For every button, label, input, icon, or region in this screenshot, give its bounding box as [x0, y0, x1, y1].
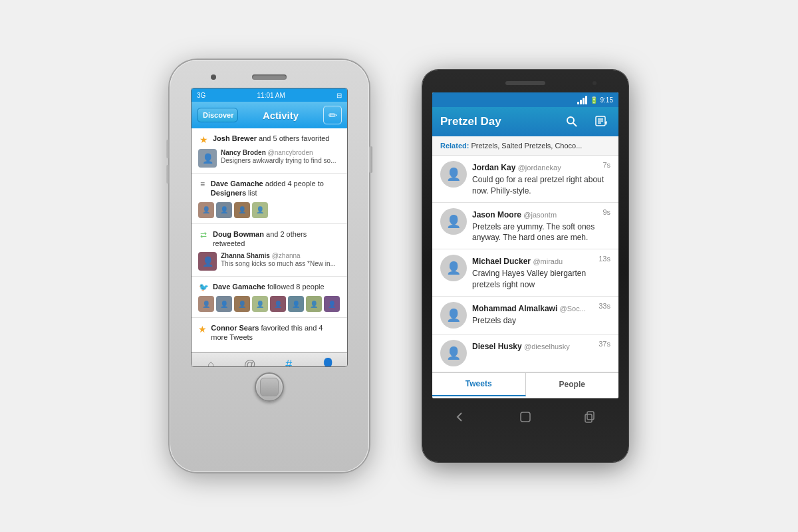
avatar: 👤 [440, 161, 467, 188]
activity-feed[interactable]: ★ Josh Brewer and 5 others favorited 👤 N… [192, 128, 347, 352]
tweet-item[interactable]: 👤 Jason Moore @jasontm 9s Pretzels are y… [432, 203, 618, 250]
tweet-handle: @jasontm [523, 211, 557, 219]
tweet-text: Pretzels are yummy. The soft ones anyway… [472, 221, 610, 244]
android-screen: 🔋 9:15 Pretzel Day [432, 92, 618, 398]
avatar: 👤 [198, 149, 217, 168]
signal-indicator [577, 96, 587, 104]
activity-text: Dave Gamache followed 8 people [213, 282, 325, 291]
activity-text: Josh Brewer and 5 others favorited [213, 134, 330, 143]
activity-text: Connor Sears favorited this and 4 more T… [211, 323, 340, 342]
avatar: 👤 [234, 296, 250, 312]
discover-button[interactable]: Discover [197, 108, 238, 122]
star-icon: ★ [198, 324, 207, 334]
svg-rect-7 [521, 412, 530, 422]
svg-line-1 [573, 123, 577, 126]
at-icon: @ [244, 358, 256, 367]
home-icon: ⌂ [207, 358, 215, 367]
volume-down-button[interactable] [166, 165, 170, 184]
avatar: 👤 [234, 202, 250, 218]
home-button[interactable] [513, 405, 537, 429]
tweet-handle: @miradu [533, 257, 563, 265]
scene: 3G 11:01 AM ⊟ Discover Activity ✏ [0, 0, 798, 532]
activity-item-retweet[interactable]: ⇄ Doug Bowman and 2 others retweeted 👤 Z… [192, 224, 347, 277]
tweet-author-name: Nancy Broden @nancybroden [221, 149, 336, 156]
tweet-time: 7s [602, 161, 610, 169]
clock-time: 11:01 AM [257, 92, 285, 99]
related-label: Related: [440, 142, 469, 150]
tweet-author-name: Diesel Husky [472, 342, 524, 351]
tweet-author-name: Zhanna Shamis @zhanna [221, 252, 336, 259]
compose-icon: ✏ [329, 109, 337, 122]
avatar-group: 👤 👤 👤 👤 [198, 202, 340, 218]
tweet-text: This song kicks so much ass *New in... [221, 259, 336, 268]
android-top-bar [428, 76, 623, 90]
avatar: 👤 [440, 255, 467, 281]
avatar: 👤 [252, 296, 268, 312]
tab-people-label: People [559, 380, 585, 389]
android-status-bar: 🔋 9:15 [432, 92, 618, 107]
tweet-handle: @jordanekay [518, 164, 561, 172]
activity-item-favorited-2[interactable]: ★ Connor Sears favorited this and 4 more… [192, 318, 347, 352]
tab-connect[interactable]: @ Connect [231, 358, 268, 367]
tweet-content: Michael Ducker @miradu 13s Craving Hayes… [472, 255, 610, 291]
avatar: 👤 [288, 296, 304, 312]
volume-up-button[interactable] [166, 140, 170, 158]
android-device: 🔋 9:15 Pretzel Day [422, 70, 628, 462]
tab-people[interactable]: People [526, 373, 619, 396]
tab-me[interactable]: 👤 Me [309, 357, 346, 367]
recents-button[interactable] [579, 405, 602, 429]
tweet-text: Pretzels day [472, 315, 610, 327]
avatar-group: 👤 👤 👤 👤 👤 👤 👤 👤 [198, 296, 340, 312]
tab-home[interactable]: ⌂ Home [193, 358, 229, 367]
star-icon: ★ [198, 134, 209, 145]
hashtag-icon: # [285, 358, 292, 367]
tweet-time: 37s [598, 340, 610, 348]
home-button[interactable] [255, 372, 284, 402]
compose-button[interactable] [592, 112, 610, 131]
tweet-time: 13s [598, 255, 610, 263]
tweet-content: Diesel Husky @dieselhusky 37s [472, 340, 610, 366]
avatar: 👤 [270, 296, 286, 312]
tab-tweets[interactable]: Tweets [432, 373, 526, 396]
activity-item-follow[interactable]: 🐦 Dave Gamache followed 8 people 👤 👤 👤 👤… [192, 277, 347, 318]
avatar: 👤 [324, 296, 340, 312]
avatar: 👤 [252, 202, 268, 218]
mini-tweet: 👤 Zhanna Shamis @zhanna This song kicks … [198, 252, 340, 271]
tab-discover[interactable]: # Discover [271, 358, 307, 367]
tweet-text: Could go for a real pretzel right about … [472, 174, 610, 197]
tweet-item[interactable]: 👤 Mohammad Almalkawi @Soc... 33s Pretzel… [432, 297, 618, 334]
iphone-screen: 3G 11:01 AM ⊟ Discover Activity ✏ [191, 88, 348, 367]
activity-item-favorited[interactable]: ★ Josh Brewer and 5 others favorited 👤 N… [192, 128, 347, 174]
avatar: 👤 [198, 252, 217, 271]
clock-time: 9:15 [600, 96, 613, 104]
profile-icon: 👤 [321, 357, 335, 367]
tweet-time: 33s [598, 302, 610, 310]
tweet-item[interactable]: 👤 Diesel Husky @dieselhusky 37s [432, 334, 618, 372]
tweet-content: Jordan Kay @jordanekay 7s Could go for a… [472, 161, 610, 197]
avatar: 👤 [216, 296, 232, 312]
activity-item-list[interactable]: ≡ Dave Gamache added 4 people to Designe… [192, 174, 347, 224]
avatar: 👤 [216, 202, 232, 218]
search-button[interactable] [563, 112, 581, 131]
tweet-content: Jason Moore @jasontm 9s Pretzels are yum… [472, 208, 610, 244]
svg-rect-9 [585, 414, 592, 422]
tweet-author-name: Mohammad Almalkawi [472, 304, 560, 313]
svg-rect-8 [587, 412, 594, 420]
iphone-status-bar: 3G 11:01 AM ⊟ [192, 88, 347, 102]
tweet-author-name: Michael Ducker [472, 257, 533, 266]
tweet-feed[interactable]: 👤 Jordan Kay @jordanekay 7s Could go for… [432, 156, 618, 372]
earpiece-speaker [252, 74, 287, 80]
navbar-icons [563, 112, 610, 131]
power-button[interactable] [369, 146, 372, 173]
tweet-author-name: Jason Moore [472, 210, 523, 219]
signal-indicator: 3G [197, 92, 205, 99]
compose-button[interactable]: ✏ [323, 106, 342, 124]
tab-tweets-label: Tweets [466, 379, 492, 388]
related-topics: Related: Pretzels, Salted Pretzels, Choc… [432, 136, 618, 156]
battery-indicator: ⊟ [336, 92, 342, 99]
back-button[interactable] [448, 405, 472, 429]
tweet-item[interactable]: 👤 Jordan Kay @jordanekay 7s Could go for… [432, 156, 618, 203]
home-button-inner [260, 378, 279, 396]
avatar: 👤 [198, 202, 214, 218]
tweet-item[interactable]: 👤 Michael Ducker @miradu 13s Craving Hay… [432, 249, 618, 297]
